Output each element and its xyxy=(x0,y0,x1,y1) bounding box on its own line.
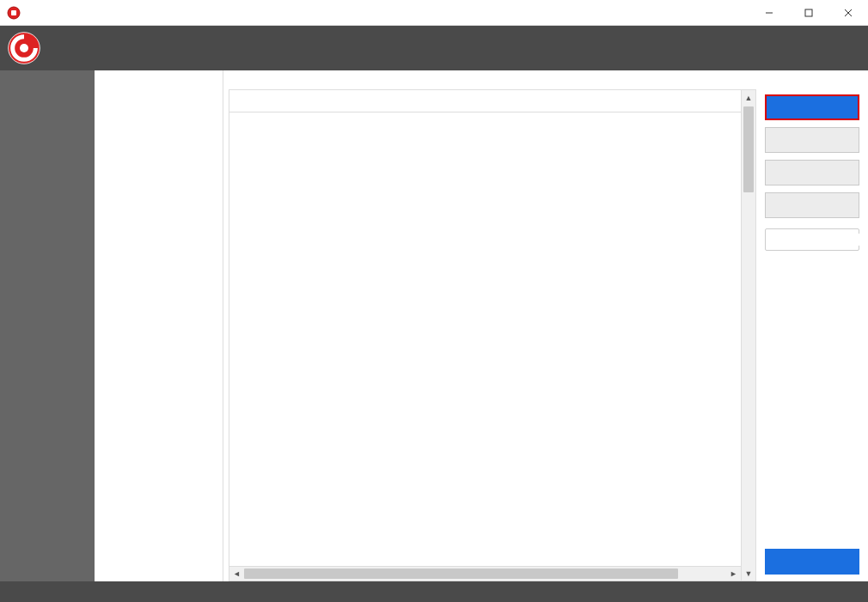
vertical-scrollbar[interactable]: ▲ ▼ xyxy=(741,90,755,581)
instruction-text xyxy=(223,70,868,89)
svg-rect-1 xyxy=(11,10,16,15)
search-input[interactable] xyxy=(774,234,868,246)
table-body[interactable] xyxy=(229,112,741,566)
left-nav xyxy=(0,70,95,581)
close-button[interactable] xyxy=(828,0,868,26)
scroll-down-icon[interactable]: ▼ xyxy=(742,566,755,581)
scroll-right-icon[interactable]: ► xyxy=(726,569,741,578)
svg-rect-3 xyxy=(805,9,812,16)
programs-table: ◄ ► ▲ ▼ xyxy=(229,89,756,581)
app-header xyxy=(0,26,868,70)
app-icon xyxy=(7,6,21,20)
window-titlebar xyxy=(0,0,868,26)
save-to-file-button[interactable] xyxy=(765,549,859,575)
vscroll-thumb[interactable] xyxy=(743,106,754,192)
rename-button[interactable] xyxy=(765,160,859,185)
tools-subnav xyxy=(95,70,223,581)
scroll-up-icon[interactable]: ▲ xyxy=(742,90,755,105)
content-area: ◄ ► ▲ ▼ xyxy=(223,70,868,581)
actions-panel xyxy=(756,89,868,581)
footer xyxy=(0,581,868,602)
table-header xyxy=(229,90,741,112)
repair-button[interactable] xyxy=(765,127,859,153)
minimize-button[interactable] xyxy=(749,0,789,26)
search-box[interactable] xyxy=(765,228,859,251)
svg-point-8 xyxy=(20,44,28,52)
ccleaner-logo-icon xyxy=(7,31,41,65)
scroll-left-icon[interactable]: ◄ xyxy=(229,569,244,578)
hscroll-thumb[interactable] xyxy=(244,569,678,579)
delete-button[interactable] xyxy=(765,192,859,218)
uninstall-button[interactable] xyxy=(765,94,859,120)
maximize-button[interactable] xyxy=(789,0,828,26)
horizontal-scrollbar[interactable]: ◄ ► xyxy=(229,566,741,581)
